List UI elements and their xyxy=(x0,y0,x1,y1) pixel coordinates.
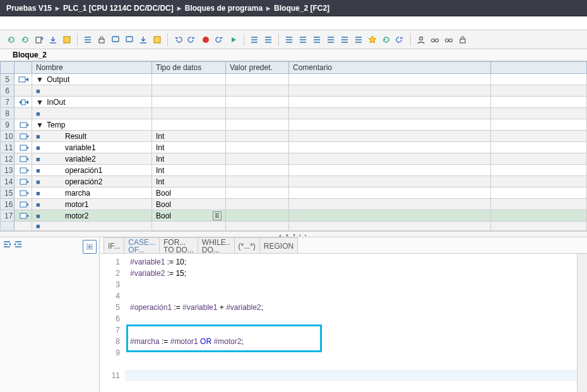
default-cell[interactable] xyxy=(226,97,289,108)
toolbar-glasses-icon[interactable] xyxy=(429,33,441,46)
snippet-tab[interactable]: WHILE..DO... xyxy=(198,237,235,253)
comment-cell[interactable] xyxy=(289,74,491,85)
toolbar-download-icon[interactable] xyxy=(47,33,59,46)
code-line[interactable] xyxy=(125,359,577,370)
variable-name[interactable]: variable1 xyxy=(42,143,96,152)
comment-cell[interactable] xyxy=(289,187,491,199)
add-placeholder[interactable] xyxy=(40,86,63,95)
default-cell[interactable] xyxy=(226,74,289,85)
toolbar-refresh3-icon[interactable] xyxy=(380,33,393,46)
toolbar-msg-icon[interactable] xyxy=(123,33,136,46)
default-cell[interactable] xyxy=(226,153,289,165)
snippet-tab[interactable]: IF... xyxy=(104,237,124,253)
comment-cell[interactable] xyxy=(289,153,491,165)
toolbar-stepin-icon[interactable] xyxy=(297,33,309,46)
toolbar-lock-icon[interactable] xyxy=(456,33,469,46)
variable-name[interactable]: variable2 xyxy=(42,155,96,163)
toolbar-user-icon[interactable] xyxy=(415,33,427,46)
toolbar-redo-icon[interactable] xyxy=(186,33,198,46)
default-cell[interactable] xyxy=(226,187,289,199)
variable-name[interactable]: motor2 xyxy=(42,211,88,220)
toolbar-block-icon[interactable] xyxy=(95,33,108,46)
toolbar-export-icon[interactable] xyxy=(33,33,45,46)
datatype-cell[interactable]: Bool≣ xyxy=(152,210,226,222)
snippet-tab[interactable]: CASE...OF... xyxy=(124,237,160,253)
table-row[interactable]: 5 ▼ Output xyxy=(1,74,587,85)
default-cell[interactable] xyxy=(226,85,289,97)
toolbar-eye-icon[interactable] xyxy=(442,33,455,46)
default-cell[interactable] xyxy=(226,142,289,153)
breadcrumb-item[interactable]: Bloques de programa xyxy=(185,4,263,13)
code-line[interactable] xyxy=(125,313,577,324)
toolbar-format-icon[interactable] xyxy=(262,33,275,46)
datatype-cell[interactable]: Bool xyxy=(152,199,226,210)
table-row[interactable]: 9 ▼ Temp xyxy=(1,119,587,131)
outdent-icon[interactable] xyxy=(3,240,11,389)
toolbar-star-icon[interactable] xyxy=(366,33,379,46)
code-line[interactable]: #variable1 := 10; xyxy=(125,256,577,268)
table-row[interactable]: 12 ■ variable2 Int xyxy=(1,153,587,165)
default-cell[interactable] xyxy=(226,176,289,187)
variable-name[interactable]: marcha xyxy=(42,189,90,198)
breadcrumb-item[interactable]: Bloque_2 [FC2] xyxy=(274,4,329,13)
table-row[interactable]: 6 ■ xyxy=(1,85,587,97)
chevron-down-icon[interactable]: ▼ xyxy=(36,75,45,84)
toolbar-download2-icon[interactable] xyxy=(137,33,150,46)
comment-cell[interactable] xyxy=(289,85,491,97)
comment-cell[interactable] xyxy=(289,176,491,187)
datatype-cell[interactable] xyxy=(152,222,226,231)
toolbar-save-icon[interactable] xyxy=(61,33,73,46)
toolbar-play-icon[interactable] xyxy=(227,33,240,46)
variable-name[interactable]: operación1 xyxy=(42,166,102,175)
code-line[interactable]: #marcha := #motor1 OR #motor2; xyxy=(125,336,577,347)
comment-cell[interactable] xyxy=(289,199,491,210)
column-header-type[interactable]: Tipo de datos xyxy=(152,62,226,74)
datatype-cell[interactable]: Int xyxy=(152,131,226,142)
vertical-scrollbar[interactable] xyxy=(577,254,587,392)
datatype-cell[interactable]: Bool xyxy=(152,187,226,199)
code-line[interactable]: #variable2 := 15; xyxy=(125,268,577,279)
default-cell[interactable] xyxy=(226,131,289,142)
table-row[interactable]: 15 ■ marcha Bool xyxy=(1,187,587,199)
toolbar-redo2-icon[interactable] xyxy=(213,33,226,46)
toolbar-stop-icon[interactable] xyxy=(199,33,212,46)
column-header-comment[interactable]: Comentario xyxy=(289,62,491,74)
snippet-tab[interactable]: REGION xyxy=(259,237,298,253)
default-cell[interactable] xyxy=(226,210,289,222)
comment-cell[interactable] xyxy=(289,222,491,231)
table-row[interactable]: 7 ▼ InOut xyxy=(1,97,587,108)
table-row[interactable]: 13 ■ operación1 Int xyxy=(1,165,587,176)
datatype-cell[interactable]: Int xyxy=(152,153,226,165)
toolbar-list-icon[interactable] xyxy=(81,33,94,46)
chevron-down-icon[interactable]: ▼ xyxy=(36,98,45,107)
datatype-cell[interactable] xyxy=(152,119,226,131)
snippet-tab[interactable]: FOR...TO DO... xyxy=(159,237,198,253)
default-cell[interactable] xyxy=(226,222,289,231)
comment-cell[interactable] xyxy=(289,108,491,119)
column-header-default[interactable]: Valor predet. xyxy=(226,62,289,74)
toolbar-stepover-icon[interactable] xyxy=(283,33,295,46)
default-cell[interactable] xyxy=(226,108,289,119)
table-row[interactable]: 14 ■ operación2 Int xyxy=(1,176,587,187)
variable-name[interactable]: operación2 xyxy=(42,177,102,186)
table-row[interactable]: 10 ■ Result Int xyxy=(1,131,587,142)
table-row[interactable]: ■ xyxy=(1,222,587,231)
toolbar-tree-icon[interactable] xyxy=(324,33,337,46)
toolbar-redo3-icon[interactable] xyxy=(394,33,406,46)
comment-cell[interactable] xyxy=(289,165,491,176)
datatype-cell[interactable] xyxy=(152,108,226,119)
comment-cell[interactable] xyxy=(289,97,491,108)
code-line[interactable] xyxy=(125,370,577,381)
comment-cell[interactable] xyxy=(289,210,491,222)
variable-name[interactable]: Result xyxy=(42,132,86,141)
dropdown-icon[interactable]: ≣ xyxy=(213,211,222,220)
default-cell[interactable] xyxy=(226,119,289,131)
indent-icon[interactable] xyxy=(14,240,23,389)
datatype-cell[interactable] xyxy=(152,85,226,97)
datatype-cell[interactable]: Int xyxy=(152,142,226,153)
chevron-down-icon[interactable]: ▼ xyxy=(36,121,45,129)
toolbar-brace-icon[interactable] xyxy=(311,33,323,46)
toolbar-sortasc-icon[interactable] xyxy=(338,33,351,46)
breadcrumb-item[interactable]: PLC_1 [CPU 1214C DC/DC/DC] xyxy=(63,4,174,13)
column-header-name[interactable]: Nombre xyxy=(32,62,152,74)
